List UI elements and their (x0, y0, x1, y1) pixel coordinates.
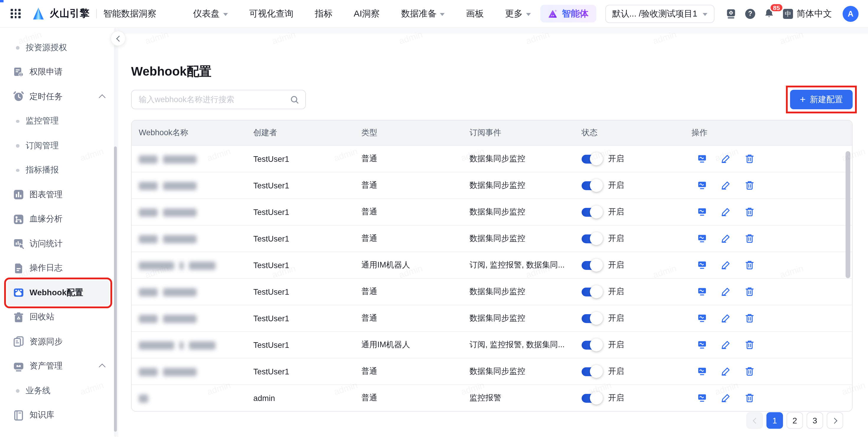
delete-icon[interactable] (745, 260, 754, 270)
table-header: Webhook名称创建者类型订阅事件状态操作 (132, 121, 852, 145)
delete-icon[interactable] (745, 234, 754, 243)
status-toggle[interactable] (582, 154, 599, 163)
agent-button[interactable]: 智能体 (540, 5, 596, 23)
status-toggle[interactable] (582, 314, 599, 323)
delete-icon[interactable] (745, 207, 754, 217)
nav-item-dashboard[interactable]: 仪表盘 (193, 8, 228, 19)
nav-item-label: 仪表盘 (193, 8, 220, 19)
cell-type: 普通 (361, 233, 469, 244)
language-switcher[interactable]: 中 简体中文 (783, 8, 832, 19)
send-record-icon[interactable] (698, 181, 707, 190)
project-select[interactable]: 默认... /验收测试项目1 (605, 4, 714, 23)
cell-events: 数据集同步监控 (469, 366, 582, 377)
send-record-icon[interactable] (698, 207, 707, 217)
delete-icon[interactable] (745, 181, 754, 190)
create-config-button[interactable]: + 新建配置 (790, 90, 852, 109)
pagination-page-3[interactable]: 3 (807, 412, 823, 429)
sidebar-subitem-metric-broadcast[interactable]: 指标播报 (0, 158, 118, 183)
sidebar-item-scheduled-tasks[interactable]: 定时任务 (0, 85, 118, 109)
caret-down-icon (223, 13, 228, 15)
workbench-icon[interactable] (726, 8, 736, 19)
delete-icon[interactable] (745, 314, 754, 323)
edit-icon[interactable] (721, 234, 731, 243)
cell-status: 开启 (582, 286, 691, 297)
sidebar-item-knowledge-base[interactable]: 知识库 (0, 403, 118, 428)
status-label: 开启 (608, 393, 624, 403)
nav-item-data-prep[interactable]: 数据准备 (401, 8, 445, 19)
delete-icon[interactable] (745, 367, 754, 376)
edit-icon[interactable] (721, 154, 731, 163)
delete-icon[interactable] (745, 393, 754, 403)
delete-icon[interactable] (745, 154, 754, 163)
edit-icon[interactable] (721, 367, 731, 376)
sidebar-item-asset-management[interactable]: 资产管理 (0, 354, 118, 378)
notification-bell-icon[interactable]: 85 (764, 8, 774, 19)
nav-item-visual-query[interactable]: 可视化查询 (249, 8, 293, 19)
edit-icon[interactable] (721, 260, 731, 270)
status-toggle[interactable] (582, 234, 599, 243)
edit-icon[interactable] (721, 314, 731, 323)
status-toggle[interactable] (582, 181, 599, 190)
cell-actions (691, 154, 852, 163)
search-input[interactable] (137, 94, 290, 104)
volcano-logo-icon (31, 6, 45, 21)
apps-grid-icon[interactable] (11, 9, 21, 18)
cell-actions (691, 234, 852, 243)
sidebar-item-chart-management[interactable]: 图表管理 (0, 183, 118, 207)
nav-item-metrics[interactable]: 指标 (315, 8, 333, 19)
status-toggle[interactable] (582, 394, 599, 402)
send-record-icon[interactable] (698, 393, 707, 403)
sidebar-item-permission-request[interactable]: 权限申请 (0, 60, 118, 85)
brand-logo[interactable]: 火山引擎 (31, 6, 90, 21)
sidebar-item-operation-log[interactable]: 操作日志 (0, 256, 118, 281)
send-record-icon[interactable] (698, 287, 707, 296)
send-record-icon[interactable] (698, 314, 707, 323)
nav-item-more[interactable]: 更多 (505, 8, 531, 19)
pagination-page-1[interactable]: 1 (767, 412, 783, 429)
help-glyph: ? (745, 8, 755, 19)
edit-icon[interactable] (721, 181, 731, 190)
sidebar-item-access-statistics[interactable]: 访问统计 (0, 231, 118, 256)
send-record-icon[interactable] (698, 234, 707, 243)
table-row: admin普通监控报警开启 (132, 384, 852, 411)
send-record-icon[interactable] (698, 367, 707, 376)
send-record-icon[interactable] (698, 340, 707, 350)
pagination-page-2[interactable]: 2 (786, 412, 803, 429)
sidebar-collapse-button[interactable] (111, 31, 126, 46)
edit-icon[interactable] (721, 287, 731, 296)
column-header-5: 操作 (691, 128, 852, 138)
avatar[interactable]: A (843, 6, 859, 22)
nav-item-canvas[interactable]: 画板 (466, 8, 484, 19)
status-toggle[interactable] (582, 367, 599, 376)
send-record-icon[interactable] (698, 154, 707, 163)
sidebar-subitem-monitor-management[interactable]: 监控管理 (0, 109, 118, 133)
status-toggle[interactable] (582, 340, 599, 349)
webhook-table: Webhook名称创建者类型订阅事件状态操作 TestUser1普通数据集同步监… (131, 120, 852, 412)
delete-icon[interactable] (745, 340, 754, 350)
sidebar-subitem-subscription-management[interactable]: 订阅管理 (0, 133, 118, 158)
sidebar-item-label: Webhook配置 (30, 288, 83, 298)
table-scrollbar-thumb[interactable] (845, 151, 850, 278)
sidebar-subitem-by-resource-auth[interactable]: 按资源授权 (0, 35, 118, 60)
redacted-name-blob (139, 314, 158, 323)
pagination-next-button[interactable] (827, 412, 843, 429)
help-icon[interactable]: ? (745, 8, 755, 19)
status-toggle[interactable] (582, 261, 599, 270)
edit-icon[interactable] (721, 393, 731, 403)
sidebar-subitem-business-line[interactable]: 业务线 (0, 378, 118, 403)
edit-icon[interactable] (721, 207, 731, 217)
delete-icon[interactable] (745, 287, 754, 296)
send-record-icon[interactable] (698, 260, 707, 270)
sidebar-item-webhook-config[interactable]: Webhook配置 (7, 281, 109, 305)
cell-status: 开启 (582, 393, 691, 403)
status-toggle[interactable] (582, 287, 599, 296)
edit-icon[interactable] (721, 340, 731, 350)
search-icon[interactable] (290, 95, 299, 104)
sidebar-item-recycle-bin[interactable]: 回收站 (0, 305, 118, 330)
sidebar-item-lineage-analysis[interactable]: 血缘分析 (0, 207, 118, 231)
status-toggle[interactable] (582, 208, 599, 216)
sidebar-scrollbar-thumb[interactable] (114, 147, 117, 432)
nav-item-ai-insight[interactable]: AI洞察 (354, 8, 380, 19)
redacted-name-blob (189, 261, 216, 270)
sidebar-item-resource-sync[interactable]: 资源同步 (0, 330, 118, 354)
